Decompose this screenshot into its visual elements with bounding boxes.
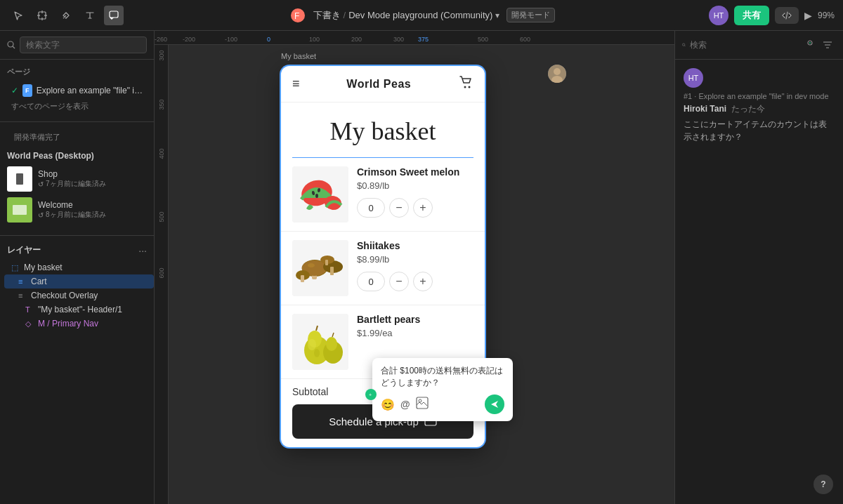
layer-cart-name: Cart <box>31 277 47 286</box>
svg-line-9 <box>13 46 15 48</box>
mention-icon[interactable]: @ <box>400 399 410 410</box>
figma-logo[interactable]: F <box>288 6 308 25</box>
ruler-horizontal: -260 -200 -100 0 100 200 300 375 500 600 <box>155 31 674 45</box>
right-icon-filter[interactable] <box>819 37 836 53</box>
layer-name: My basket <box>24 263 63 272</box>
product-watermelon: Crimson Sweet melon $0.89/lb − + <box>281 158 485 232</box>
page-thumb-welcome[interactable]: Welcome ↺8ヶ月前に編集済み <box>7 194 147 225</box>
layers-more-icon[interactable]: ··· <box>138 245 147 256</box>
media-icon[interactable] <box>416 397 429 412</box>
help-button[interactable]: ? <box>813 475 833 494</box>
comment-tool-icon[interactable] <box>104 6 124 25</box>
svg-point-33 <box>308 339 316 350</box>
pages-group-title: World Peas (Desktop) <box>7 151 147 161</box>
comment-body: ここにカートアイテムのカウントは表示されますか？ <box>684 118 835 143</box>
svg-point-47 <box>554 68 561 75</box>
zoom-level[interactable]: 99% <box>818 11 835 20</box>
layer-checkout[interactable]: ≡ Checkout Overlay <box>4 289 154 303</box>
search-bar <box>0 31 154 60</box>
qty-input-1[interactable] <box>357 198 385 218</box>
svg-point-52 <box>809 42 811 44</box>
right-search-input[interactable] <box>690 40 795 50</box>
pear-image <box>292 314 348 370</box>
move-tool-icon[interactable] <box>8 6 28 25</box>
welcome-edit-time: 8ヶ月前に編集済み <box>46 210 106 220</box>
show-all-pages[interactable]: すべてのページを表示 <box>7 100 147 113</box>
frame-tool-icon[interactable] <box>32 6 52 25</box>
text-tool-icon[interactable] <box>80 6 100 25</box>
layer-cart[interactable]: ≡ Cart <box>4 274 154 289</box>
pen-tool-icon[interactable] <box>56 6 76 25</box>
search-icon <box>7 41 15 49</box>
project-name[interactable]: Dev Mode playground (Community) <box>348 10 492 20</box>
ruler-vertical: 300 350 400 500 600 <box>155 45 169 504</box>
layer-header[interactable]: T "My basket"- Header/1 <box>4 303 154 317</box>
project-title: 下書き / Dev Mode playground (Community) ▾ … <box>313 8 556 22</box>
page-section: ページ ✓ F Explore an example "file" in dev… <box>0 60 154 117</box>
send-comment-button[interactable] <box>485 394 504 414</box>
search-input[interactable] <box>20 37 147 53</box>
tick-neg260: -260 <box>155 36 167 43</box>
canvas-content: My basket ≡ World Peas My basket <box>169 45 674 504</box>
toolbar-center: F 下書き / Dev Mode playground (Community) … <box>286 6 558 25</box>
layer-tree: ⬚ My basket ≡ Cart ≡ Checkout Overlay T … <box>0 260 154 504</box>
text-icon: T <box>25 305 35 314</box>
tick-500: 500 <box>478 36 488 43</box>
tick-neg200: -200 <box>183 36 195 43</box>
draft-label: 下書き <box>313 9 341 22</box>
page-item-active[interactable]: ✓ F Explore an example "file" in dev mo.… <box>7 81 147 100</box>
product-info-2: Shiitakes $8.99/lb − + <box>357 240 473 291</box>
comment-thread: HT #1 · Explore an example "file" in dev… <box>675 60 843 149</box>
svg-point-36 <box>326 337 337 351</box>
user-avatar[interactable]: HT <box>709 6 728 25</box>
toolbar-left <box>8 6 280 25</box>
product-shiitakes: Shiitakes $8.99/lb − + <box>281 232 485 305</box>
frame-label: My basket <box>281 52 316 60</box>
svg-text:+: + <box>369 392 372 397</box>
qty-input-2[interactable] <box>357 272 385 291</box>
qty-control-2: − + <box>357 272 473 291</box>
comment-actions: 😊 @ <box>381 394 504 414</box>
qty-control-1: − + <box>357 198 473 218</box>
layer-primary-nav[interactable]: ◇ M / Primary Nav <box>4 317 154 331</box>
emoji-icon[interactable]: 😊 <box>381 398 395 411</box>
right-icon-chat[interactable] <box>799 37 816 53</box>
qty-plus-2[interactable]: + <box>413 272 433 291</box>
svg-point-34 <box>314 349 320 357</box>
toolbar-right: HT 共有 ▶ 99% <box>563 6 835 25</box>
frame-icon-2: ≡ <box>18 277 28 286</box>
check-icon: ✓ <box>11 86 18 95</box>
qty-plus-1[interactable]: + <box>413 198 433 218</box>
qty-minus-1[interactable]: − <box>389 198 409 218</box>
comp-icon: ◇ <box>25 319 35 329</box>
comment-indicator[interactable]: + <box>365 389 377 400</box>
pages-group: World Peas (Desktop) Shop ↺7ヶ月前に編集済み <box>0 148 154 231</box>
left-panel: ページ ✓ F Explore an example "file" in dev… <box>0 31 155 504</box>
menu-icon[interactable]: ≡ <box>292 77 300 91</box>
dropdown-icon[interactable]: ▾ <box>495 11 499 20</box>
section-divider-1 <box>0 121 154 122</box>
layers-label: レイヤー <box>7 244 41 256</box>
canvas-area[interactable]: -260 -200 -100 0 100 200 300 375 500 600… <box>155 31 674 504</box>
phone-user-avatar <box>547 63 568 84</box>
ready-section: 開発準備完了 <box>0 126 154 148</box>
product-price-2: $8.99/lb <box>357 254 473 265</box>
watermelon-image <box>292 166 348 223</box>
qty-minus-2[interactable]: − <box>389 272 409 291</box>
toolbar: F 下書き / Dev Mode playground (Community) … <box>0 0 843 31</box>
dev-mode-button[interactable] <box>775 7 799 24</box>
tick-375: 375 <box>418 36 429 43</box>
basket-title: My basket <box>281 102 485 157</box>
play-button[interactable]: ▶ <box>804 10 812 21</box>
share-button[interactable]: 共有 <box>734 6 769 25</box>
svg-rect-26 <box>330 267 334 275</box>
comment-number: #1 · Explore an example "file" in dev mo… <box>684 92 835 100</box>
layer-header-name: "My basket"- Header/1 <box>38 305 122 314</box>
cart-icon[interactable] <box>458 74 473 93</box>
page-thumb-shop[interactable]: Shop ↺7ヶ月前に編集済み <box>7 164 147 194</box>
layer-my-basket[interactable]: ⬚ My basket <box>4 260 154 274</box>
shiitake-image <box>292 240 348 296</box>
frame-icon-3: ≡ <box>18 291 28 300</box>
commenter-avatar: HT <box>684 68 703 88</box>
tick-200: 200 <box>351 36 362 43</box>
